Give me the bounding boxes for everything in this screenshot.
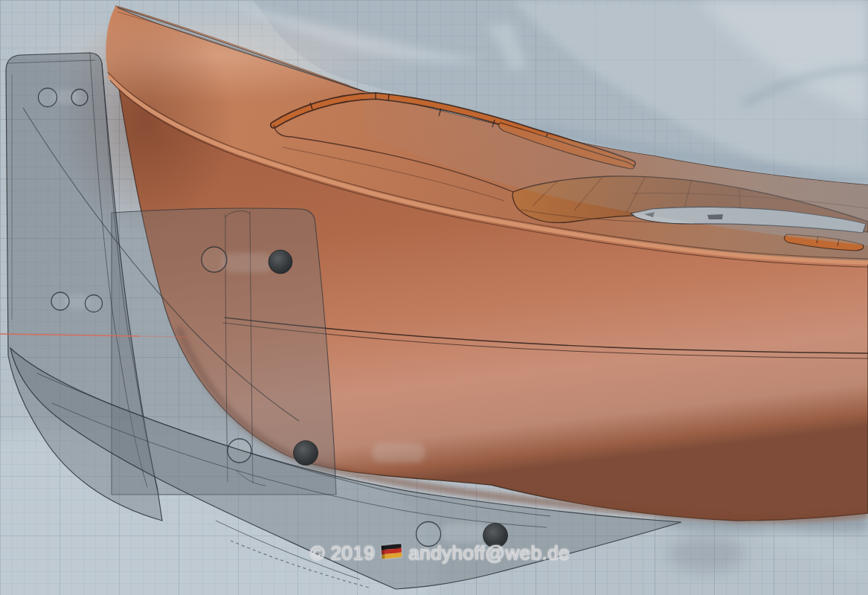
mounting-hole xyxy=(71,89,88,106)
cad-3d-viewport[interactable]: © 2019 andyhoff@web.de xyxy=(0,0,868,595)
mounting-hole xyxy=(39,89,57,107)
watermark: © 2019 andyhoff@web.de xyxy=(310,541,570,565)
mounting-hole xyxy=(86,295,103,312)
mounting-hole-dark xyxy=(269,250,292,274)
cad-scene xyxy=(0,0,868,595)
german-flag-icon xyxy=(381,541,402,565)
mounting-hole xyxy=(202,247,227,272)
mounting-hole xyxy=(51,292,69,310)
watermark-copyright: © 2019 xyxy=(310,541,375,565)
mounting-hole-dark xyxy=(294,441,318,466)
watermark-email: andyhoff@web.de xyxy=(408,541,570,565)
mounting-hole xyxy=(228,439,251,463)
